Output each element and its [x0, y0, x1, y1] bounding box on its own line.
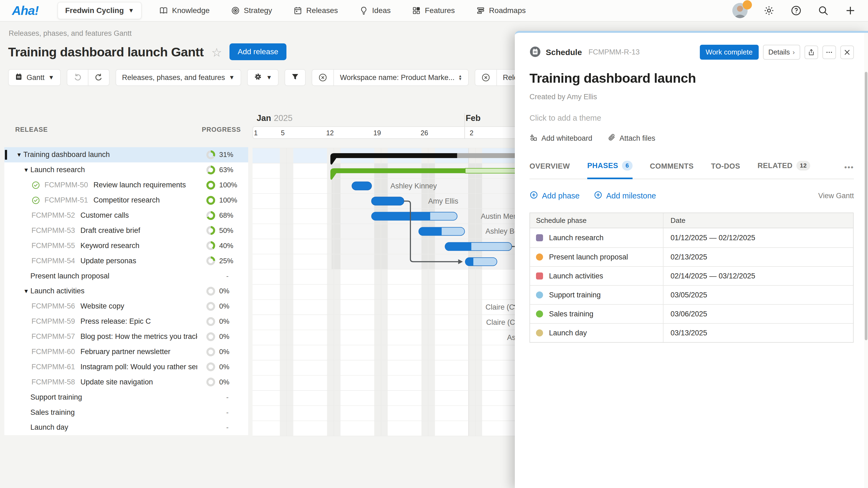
- progress-donut: [206, 196, 215, 205]
- share-button[interactable]: [805, 45, 818, 59]
- gantt-list-row[interactable]: ▼Launch research 63%: [4, 162, 248, 177]
- collapse-caret-icon[interactable]: ▼: [23, 288, 30, 294]
- help-icon[interactable]: [790, 5, 802, 16]
- nav-item-roadmaps[interactable]: Roadmaps: [476, 6, 526, 15]
- timeline-day-tick: 1: [254, 129, 258, 137]
- tab-to-dos[interactable]: TO-DOS: [711, 162, 740, 179]
- chevron-down-icon: ▼: [128, 8, 134, 13]
- nav-item-strategy[interactable]: Strategy: [231, 6, 272, 15]
- filter-button[interactable]: [284, 69, 306, 86]
- favorite-star-icon[interactable]: ☆: [211, 46, 222, 59]
- remove-release-filter-button[interactable]: [475, 70, 496, 86]
- gantt-list-row[interactable]: FCMPMM-55Keyword research 40%: [4, 238, 248, 253]
- search-icon[interactable]: [817, 5, 829, 16]
- nav-item-features[interactable]: Features: [412, 6, 455, 15]
- attach-files-button[interactable]: Attach files: [608, 133, 655, 143]
- details-button[interactable]: Details ›: [763, 45, 800, 60]
- aha-logo[interactable]: Aha!: [12, 3, 38, 18]
- create-plus-icon[interactable]: [845, 5, 856, 16]
- phase-table-row[interactable]: Sales training03/06/2025: [530, 304, 853, 323]
- gantt-list-row[interactable]: FCMPMM-61Instagram poll: Would you rathe…: [4, 359, 248, 375]
- tab-overview[interactable]: OVERVIEW: [529, 162, 570, 179]
- sort-updown-icon: ▲▼: [458, 74, 462, 80]
- nav-item-label: Roadmaps: [489, 6, 526, 15]
- panel-scrollbar[interactable]: [864, 33, 868, 488]
- view-gantt-link[interactable]: View Gantt: [818, 192, 854, 200]
- record-title[interactable]: Training dashboard launch: [529, 70, 854, 86]
- tabs-overflow-button[interactable]: •••: [844, 163, 854, 178]
- gantt-list-row[interactable]: FCMPMM-50Review launch requirements 100%: [4, 177, 248, 193]
- chevron-right-icon: ›: [793, 48, 795, 56]
- collapse-caret-icon[interactable]: ▼: [23, 167, 30, 173]
- tab-related[interactable]: RELATED12: [757, 161, 810, 179]
- nav-item-knowledge[interactable]: Knowledge: [159, 6, 210, 15]
- gantt-list-row[interactable]: Present launch proposal-: [4, 268, 248, 284]
- record-id: FCMPMM-59: [31, 317, 75, 326]
- progress-donut: [206, 362, 215, 371]
- undo-button[interactable]: [67, 70, 88, 86]
- close-button[interactable]: [840, 45, 854, 59]
- phase-table-row[interactable]: Launch research01/12/2025 — 02/12/2025: [530, 228, 853, 247]
- release-column-header: RELEASE: [15, 126, 48, 133]
- phases-table: Schedule phase Date Launch research01/12…: [529, 213, 854, 343]
- timeline-day-tick: 5: [281, 129, 284, 137]
- gantt-list-row[interactable]: FCMPMM-57Blog post: How the metrics you …: [4, 329, 248, 344]
- theme-placeholder[interactable]: Click to add a theme: [529, 113, 854, 123]
- add-whiteboard-button[interactable]: Add whiteboard: [529, 133, 592, 143]
- gantt-list-row[interactable]: FCMPMM-52Customer calls 68%: [4, 208, 248, 223]
- gantt-list-row[interactable]: FCMPMM-54Update personas 25%: [4, 253, 248, 268]
- phase-color-swatch: [536, 272, 543, 280]
- release-list: RELEASE PROGRESS ▼Training dashboard lau…: [4, 113, 248, 436]
- scrollbar-thumb[interactable]: [865, 72, 867, 340]
- phase-table-row[interactable]: Launch day03/13/2025: [530, 323, 853, 342]
- gantt-list-row[interactable]: ▼Training dashboard launch 31%: [4, 147, 248, 162]
- add-release-button[interactable]: Add release: [229, 43, 286, 60]
- phase-table-row[interactable]: Launch activities02/14/2025 — 03/12/2025: [530, 266, 853, 285]
- gantt-list-row[interactable]: Launch day-: [4, 420, 248, 435]
- page-title: Training dashboard launch Gantt: [8, 44, 204, 59]
- phase-table-row[interactable]: Present launch proposal02/13/2025: [530, 247, 853, 266]
- view-type-dropdown[interactable]: Gantt ▼: [8, 69, 61, 86]
- filter-funnel-icon: [291, 73, 299, 83]
- add-milestone-button[interactable]: Add milestone: [594, 191, 656, 201]
- more-options-button[interactable]: [823, 45, 836, 59]
- gantt-list-row[interactable]: Support training-: [4, 390, 248, 405]
- nav-item-label: Ideas: [372, 6, 391, 15]
- tab-comments[interactable]: COMMENTS: [650, 162, 694, 179]
- gantt-list-row[interactable]: ▼Launch activities 0%: [4, 284, 248, 299]
- record-scope-dropdown[interactable]: Releases, phases, and features ▼: [116, 69, 241, 86]
- settings-gear-icon[interactable]: [763, 5, 775, 16]
- record-name: Launch activities: [30, 287, 85, 295]
- gantt-list-row[interactable]: FCMPMM-58Update site navigation 0%: [4, 375, 248, 390]
- remove-workspace-filter-button[interactable]: [312, 70, 333, 86]
- gantt-list-row[interactable]: FCMPMM-59Press release: Epic C 0%: [4, 314, 248, 329]
- gear-icon: [254, 72, 262, 83]
- chevron-down-icon: ▼: [266, 74, 272, 80]
- record-name: Review launch requirements: [94, 181, 186, 189]
- phase-table-row[interactable]: Support training03/05/2025: [530, 285, 853, 304]
- add-phase-button[interactable]: Add phase: [529, 191, 580, 201]
- work-complete-button[interactable]: Work complete: [700, 45, 759, 60]
- gantt-list-row[interactable]: FCMPMM-56Website copy 0%: [4, 299, 248, 314]
- redo-button[interactable]: [88, 70, 109, 86]
- gantt-list-row[interactable]: FCMPMM-53Draft creative brief 50%: [4, 223, 248, 238]
- tab-phases[interactable]: PHASES6: [587, 161, 632, 179]
- phase-color-swatch: [536, 291, 543, 298]
- collapse-caret-icon[interactable]: ▼: [16, 152, 23, 158]
- phase-date: 03/13/2025: [663, 329, 707, 337]
- nav-item-releases[interactable]: Releases: [293, 6, 338, 15]
- record-name: Launch day: [30, 423, 68, 432]
- record-name: Instagram poll: Would you rather series: [81, 363, 197, 371]
- workspace-filter-dropdown[interactable]: Workspace name: Product Marke... ▲▼: [333, 70, 468, 86]
- gantt-list-row[interactable]: Sales training-: [4, 405, 248, 420]
- gantt-list-row[interactable]: FCMPMM-60February partner newsletter 0%: [4, 344, 248, 359]
- workspace-switcher[interactable]: Fredwin Cycling ▼: [58, 2, 142, 19]
- progress-donut: [206, 150, 215, 159]
- gantt-canvas[interactable]: Ashley KinneyAmy EllisAustin MerrittAshl…: [252, 139, 521, 436]
- nav-item-ideas[interactable]: Ideas: [359, 6, 391, 15]
- chart-settings-dropdown[interactable]: ▼: [247, 69, 279, 86]
- gantt-list-row[interactable]: FCMPMM-51Competitor research 100%: [4, 193, 248, 208]
- user-avatar[interactable]: [733, 3, 748, 18]
- tab-count-badge: 6: [622, 161, 632, 170]
- breadcrumb: Releases, phases, and features Gantt: [9, 29, 131, 38]
